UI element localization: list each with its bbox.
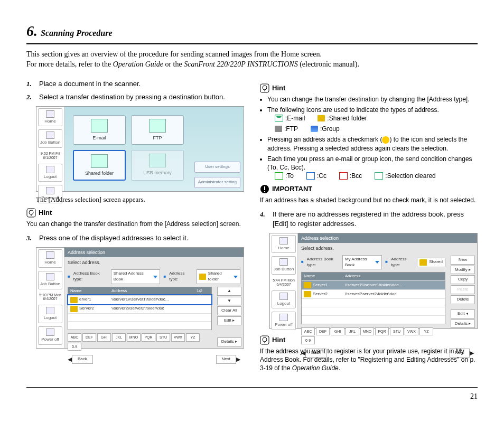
- modify-button[interactable]: Modify ▸: [451, 266, 475, 275]
- fig1-panel: E-mail FTP Shared folder USB memory User…: [64, 107, 244, 191]
- filter-key[interactable]: MNO: [360, 327, 374, 335]
- filter-key[interactable]: PQR: [375, 327, 389, 335]
- home-button[interactable]: Home: [38, 249, 62, 268]
- address-book-dropdown[interactable]: My Address Book: [342, 255, 382, 270]
- address-type-dropdown[interactable]: Shared folder: [197, 269, 240, 284]
- svg-rect-8: [264, 191, 265, 192]
- home-button[interactable]: Home: [38, 108, 62, 127]
- filter-key[interactable]: YZ: [419, 327, 433, 335]
- admin-setting-button[interactable]: Administrator setting: [194, 177, 240, 188]
- job-button[interactable]: Job Button: [38, 271, 62, 289]
- home-icon: [46, 251, 54, 259]
- keyboard-filter: ABCDEFGHIJKLMNOPQRSTUVWXYZ0-9: [64, 331, 215, 353]
- user-settings-button[interactable]: User settings: [194, 162, 240, 173]
- logout-button[interactable]: Logout: [38, 305, 62, 323]
- address-row-empty: [302, 307, 445, 315]
- address-row-1[interactable]: erver1\\server1\\\server1\folder\doc...: [68, 295, 211, 304]
- power-icon: [46, 328, 54, 336]
- usb-tile[interactable]: USB memory: [131, 150, 184, 181]
- time-display: 9:02 PM Fri 6/1/2007: [36, 149, 64, 162]
- address-type-dropdown[interactable]: Shared: [417, 258, 445, 267]
- job-button[interactable]: Job Button: [272, 256, 296, 275]
- chevron-down-icon: [234, 276, 238, 278]
- email-tile[interactable]: E-mail: [73, 115, 126, 145]
- delete-button[interactable]: Delete: [451, 295, 475, 304]
- edit-button[interactable]: Edit ◂: [451, 309, 475, 318]
- email-icon: [91, 119, 108, 133]
- panel-title: Address selection: [298, 233, 477, 243]
- keyboard-filter: ABCDEFGHIJKLMNOPQRSTUVWXYZ0-9: [298, 325, 449, 347]
- folder-icon: [304, 282, 311, 288]
- filter-key[interactable]: GHI: [331, 327, 344, 335]
- logout-button[interactable]: Logout: [38, 164, 62, 182]
- folder-icon: [304, 291, 311, 297]
- hint-heading-1: Hint: [26, 208, 244, 218]
- edit-button[interactable]: Edit ▸: [217, 316, 241, 325]
- folder-icon: [70, 297, 78, 303]
- address-row-empty: [302, 315, 445, 324]
- next-button[interactable]: Next: [216, 355, 236, 364]
- step-3: 3.Press one of the displayed addresses t…: [26, 233, 244, 243]
- ftp-tile[interactable]: FTP: [131, 115, 184, 145]
- new-button[interactable]: New: [451, 256, 475, 265]
- cc-icon: [306, 172, 315, 180]
- group-icon: [311, 126, 318, 132]
- time-display: 5:10 PM Mon 6/4/2007: [36, 291, 64, 303]
- filter-key[interactable]: MNO: [127, 333, 141, 341]
- filter-key[interactable]: YZ: [186, 333, 200, 341]
- scroll-down-button[interactable]: ▼: [217, 297, 241, 306]
- hint-icon: [260, 83, 269, 93]
- address-book-dropdown[interactable]: Shared Address Book: [111, 269, 161, 284]
- details-button[interactable]: Details ▸: [217, 337, 241, 346]
- next-arrow[interactable]: ▶: [236, 355, 240, 363]
- filter-key[interactable]: ABC: [301, 327, 315, 335]
- intro-line1: This section gives an overview of the pr…: [26, 50, 478, 60]
- home-button[interactable]: Home: [272, 235, 296, 253]
- filter-key[interactable]: DEF: [82, 333, 96, 341]
- filter-key[interactable]: 0-9: [68, 343, 81, 351]
- address-table: NameAddress1/2 erver1\\server1\\\server1…: [68, 287, 212, 330]
- filter-key[interactable]: ABC: [68, 333, 81, 341]
- filter-key[interactable]: VWX: [171, 333, 185, 341]
- filter-key[interactable]: JKL: [346, 327, 359, 335]
- shared-folder-icon: [91, 154, 108, 168]
- power-icon: [279, 314, 288, 321]
- logout-button[interactable]: Logout: [272, 290, 296, 309]
- address-panel: Address selection Select address. ■Addre…: [298, 233, 477, 328]
- figure-address-selection: Home Job Button 5:10 PM Mon 6/4/2007 Log…: [36, 247, 244, 349]
- filter-key[interactable]: STU: [390, 327, 404, 335]
- fig2-sidebar: Home Job Button 5:10 PM Mon 6/4/2007 Log…: [36, 248, 64, 348]
- address-row-2[interactable]: Server2\\server2\server2\folder\doc: [302, 289, 445, 298]
- filter-key[interactable]: JKL: [112, 333, 126, 341]
- filter-key[interactable]: VWX: [405, 327, 418, 335]
- job-button[interactable]: Job Button: [38, 129, 62, 148]
- important-heading: IMPORTANT: [260, 184, 478, 194]
- important-text: If an address has a shaded background bu…: [260, 196, 478, 204]
- folder-icon: [318, 115, 325, 121]
- filter-key[interactable]: 0-9: [301, 336, 315, 344]
- svg-rect-7: [264, 186, 265, 190]
- panel-subtitle: Select address.: [298, 243, 477, 253]
- copy-button[interactable]: Copy: [451, 275, 475, 284]
- figure1-caption: The [Address selection] screen appears.: [36, 195, 244, 204]
- shared-folder-tile[interactable]: Shared folder: [73, 150, 126, 181]
- address-row-2[interactable]: Server2\\server2\\server2\folder\doc: [68, 304, 211, 313]
- step-4: 4.If there are no addresses registered i…: [260, 210, 478, 228]
- power-button[interactable]: Power off: [38, 326, 62, 345]
- scroll-up-button[interactable]: ▲: [217, 287, 241, 296]
- clear-all-button[interactable]: Clear All: [217, 306, 241, 315]
- filter-key[interactable]: DEF: [316, 327, 330, 335]
- folder-icon: [70, 306, 78, 312]
- back-button[interactable]: Back: [72, 355, 93, 364]
- folder-icon: [419, 259, 427, 266]
- section-title: Scanning Procedure: [41, 27, 113, 39]
- details-button[interactable]: Details ▸: [451, 320, 475, 328]
- filter-key[interactable]: PQR: [142, 333, 155, 341]
- address-row-1[interactable]: Server1\\server1\\\server1\folder\doc...: [302, 280, 445, 289]
- prev-arrow[interactable]: ◀: [68, 355, 72, 363]
- power-button[interactable]: Power off: [272, 312, 296, 330]
- fig1-sidebar: Home Job Button 9:02 PM Fri 6/1/2007 Log…: [36, 107, 64, 191]
- section-number: 6.: [26, 21, 38, 41]
- filter-key[interactable]: GHI: [97, 333, 111, 341]
- filter-key[interactable]: STU: [156, 333, 170, 341]
